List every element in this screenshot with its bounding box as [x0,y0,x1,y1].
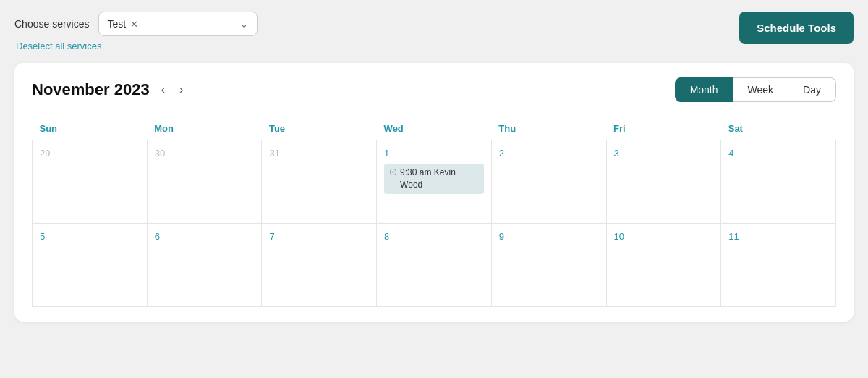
col-sun: Sun [33,117,148,140]
col-wed: Wed [377,117,492,140]
top-bar: Choose services Test ✕ ⌄ Deselect all se… [14,12,854,51]
calendar-title-row: November 2023 ‹ › [32,80,186,99]
event-block[interactable]: ☉ 9:30 am Kevin Wood [384,164,484,194]
day-number: 6 [155,231,160,242]
day-number: 7 [269,231,274,242]
calendar-title: November 2023 [32,80,150,99]
view-buttons: Month Week Day [675,77,836,102]
calendar-tbody: 29 30 31 1 ☉ 9:30 am Kevin Wood 2 [33,140,836,307]
day-number: 31 [269,148,279,159]
choose-services-label: Choose services [14,18,90,30]
table-row: 29 30 31 1 ☉ 9:30 am Kevin Wood 2 [33,140,836,224]
col-sat: Sat [721,117,836,140]
day-number: 8 [384,231,389,242]
prev-month-button[interactable]: ‹ [158,82,168,98]
calendar-header: November 2023 ‹ › Month Week Day [32,77,836,102]
col-tue: Tue [262,117,377,140]
day-cell[interactable]: 6 [147,224,262,307]
next-month-button[interactable]: › [176,82,186,98]
day-cell[interactable]: 31 [262,140,377,224]
day-number: 30 [155,148,165,159]
event-text: 9:30 am Kevin Wood [400,167,479,191]
schedule-tools-button[interactable]: Schedule Tools [739,12,854,44]
day-number: 10 [614,231,624,242]
day-number: 3 [614,148,619,159]
day-number: 1 [384,148,389,159]
day-view-button[interactable]: Day [788,77,836,102]
day-cell[interactable]: 10 [606,224,721,307]
service-tag-text: Test [108,18,127,30]
calendar-grid: Sun Mon Tue Wed Thu Fri Sat 29 30 31 [32,117,836,307]
day-cell[interactable]: 3 [606,140,721,224]
service-dropdown[interactable]: Test ✕ ⌄ [98,12,258,36]
day-cell[interactable]: 4 [721,140,836,224]
chevron-down-icon: ⌄ [240,19,248,30]
weekday-header-row: Sun Mon Tue Wed Thu Fri Sat [33,117,836,140]
day-cell[interactable]: 1 ☉ 9:30 am Kevin Wood [377,140,492,224]
day-number: 5 [40,231,45,242]
day-number: 11 [728,231,739,242]
day-cell[interactable]: 2 [491,140,606,224]
service-tag: Test ✕ [108,18,139,30]
day-cell[interactable]: 5 [33,224,148,307]
calendar-thead: Sun Mon Tue Wed Thu Fri Sat [33,117,836,140]
top-left-section: Choose services Test ✕ ⌄ Deselect all se… [14,12,258,51]
week-view-button[interactable]: Week [733,77,789,102]
col-thu: Thu [491,117,606,140]
col-mon: Mon [147,117,262,140]
deselect-all-link[interactable]: Deselect all services [16,41,258,51]
day-number: 4 [728,148,733,159]
day-number: 9 [499,231,504,242]
service-row: Choose services Test ✕ ⌄ [14,12,258,36]
day-cell[interactable]: 7 [262,224,377,307]
col-fri: Fri [606,117,721,140]
remove-service-icon[interactable]: ✕ [130,19,138,30]
day-number: 2 [499,148,504,159]
day-cell[interactable]: 30 [147,140,262,224]
day-cell[interactable]: 9 [491,224,606,307]
month-view-button[interactable]: Month [675,77,733,102]
day-number: 29 [40,148,50,159]
day-cell[interactable]: 8 [377,224,492,307]
day-cell[interactable]: 11 [721,224,836,307]
day-cell[interactable]: 29 [33,140,148,224]
calendar-card: November 2023 ‹ › Month Week Day Sun Mon… [14,63,854,322]
table-row: 5 6 7 8 9 10 11 [33,224,836,307]
event-check-icon: ☉ [389,167,397,177]
